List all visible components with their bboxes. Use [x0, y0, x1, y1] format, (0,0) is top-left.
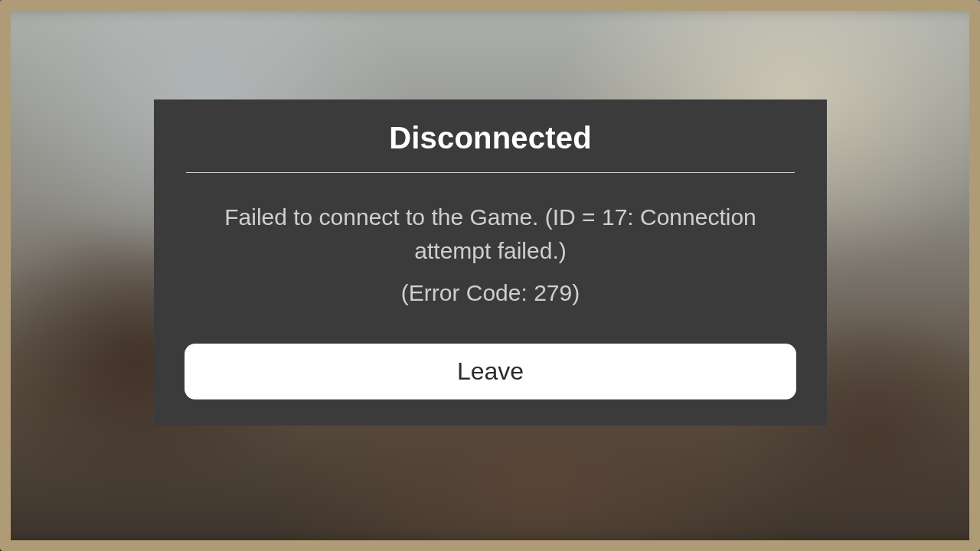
- error-message: Failed to connect to the Game. (ID = 17:…: [185, 201, 796, 267]
- dialog-title: Disconnected: [185, 121, 796, 155]
- error-code: (Error Code: 279): [185, 276, 796, 310]
- disconnected-dialog: Disconnected Failed to connect to the Ga…: [154, 99, 827, 425]
- leave-button[interactable]: Leave: [185, 344, 796, 399]
- divider: [186, 172, 795, 173]
